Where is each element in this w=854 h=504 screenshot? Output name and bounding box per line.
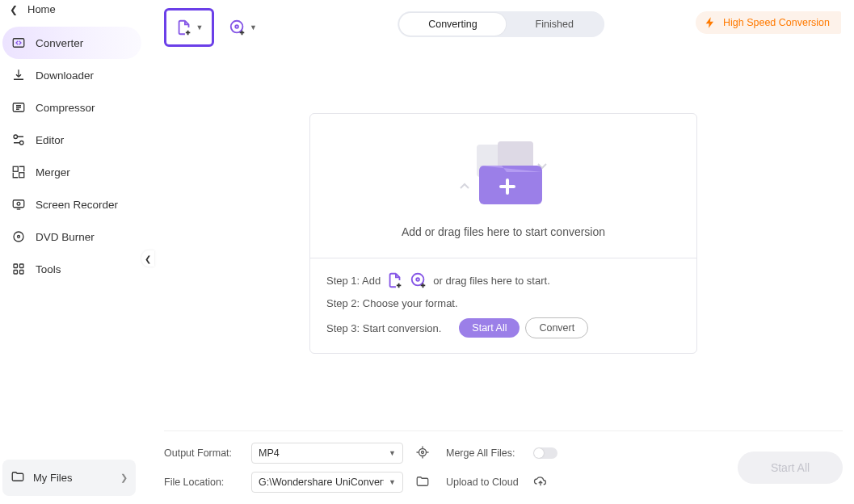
- add-disc-icon: [229, 19, 246, 36]
- nav-label: Downloader: [36, 69, 94, 82]
- svg-rect-12: [14, 271, 18, 275]
- chevron-down-icon: ▼: [389, 449, 396, 457]
- nav-label: Converter: [36, 37, 83, 49]
- svg-rect-4: [13, 166, 18, 171]
- nav-label: Editor: [36, 134, 64, 146]
- chevron-right-icon: ❯: [120, 472, 128, 483]
- compressor-icon: [11, 100, 26, 115]
- high-speed-conversion-button[interactable]: High Speed Conversion: [696, 11, 841, 34]
- footer-bar: Output Format: MP4▼ Merge All Files: Sta…: [164, 430, 843, 504]
- main-panel: ▼ ▼ Converting Finished High Speed Conve…: [148, 0, 854, 504]
- add-file-button[interactable]: ▼: [164, 8, 214, 47]
- tab-bar: Converting Finished: [398, 11, 604, 37]
- format-settings-icon[interactable]: [415, 445, 440, 462]
- folder-icon: [11, 469, 25, 486]
- lightning-icon: [704, 16, 717, 29]
- step1-pre: Step 1: Add: [326, 275, 381, 287]
- output-format-label: Output Format:: [164, 447, 245, 459]
- chevron-down-icon: ▼: [389, 478, 396, 486]
- svg-rect-10: [14, 264, 18, 268]
- svg-point-15: [235, 25, 238, 28]
- nav-label: Merger: [36, 166, 70, 178]
- start-all-mini-button[interactable]: Start All: [459, 318, 520, 338]
- step2-text: Step 2: Choose your format.: [326, 297, 458, 309]
- svg-rect-11: [20, 264, 24, 268]
- file-location-dropdown[interactable]: G:\Wondershare UniConverter ▼: [251, 472, 403, 493]
- editor-icon: [11, 132, 26, 147]
- start-all-button[interactable]: Start All: [738, 452, 843, 484]
- svg-point-14: [231, 21, 243, 33]
- sidebar-item-compressor[interactable]: Compressor: [2, 91, 141, 124]
- dvd-burner-icon: [11, 229, 26, 244]
- sidebar-item-editor[interactable]: Editor: [2, 124, 141, 156]
- svg-point-21: [419, 448, 427, 456]
- converter-icon: [11, 36, 26, 50]
- home-label: Home: [27, 3, 56, 15]
- tab-converting[interactable]: Converting: [399, 13, 506, 36]
- merge-files-toggle[interactable]: [533, 447, 557, 459]
- tools-icon: [11, 262, 26, 276]
- nav-label: Tools: [36, 263, 61, 275]
- my-files-button[interactable]: My Files ❯: [2, 460, 136, 496]
- dropzone-illustration-icon: [451, 140, 556, 214]
- svg-point-9: [18, 236, 20, 238]
- svg-point-7: [17, 202, 20, 205]
- svg-point-8: [14, 232, 23, 242]
- downloader-icon: [11, 68, 26, 82]
- svg-rect-0: [13, 39, 24, 48]
- svg-rect-6: [13, 200, 24, 208]
- add-disc-button[interactable]: ▼: [229, 19, 257, 36]
- step3-text: Step 3: Start conversion.: [326, 322, 441, 334]
- nav-label: Screen Recorder: [36, 199, 118, 211]
- svg-point-3: [20, 141, 24, 145]
- output-format-dropdown[interactable]: MP4▼: [251, 443, 403, 464]
- nav-label: DVD Burner: [36, 231, 95, 243]
- convert-mini-button[interactable]: Convert: [525, 317, 588, 338]
- dropzone-text: Add or drag files here to start conversi…: [326, 225, 680, 238]
- svg-point-22: [422, 451, 424, 453]
- add-disc-icon[interactable]: [410, 271, 427, 289]
- sidebar-item-downloader[interactable]: Downloader: [2, 59, 141, 91]
- chevron-down-icon: ▼: [196, 23, 204, 32]
- hsc-label: High Speed Conversion: [723, 17, 830, 28]
- nav-label: Compressor: [36, 102, 95, 114]
- svg-point-20: [416, 278, 419, 281]
- sidebar-item-converter[interactable]: Converter: [2, 27, 141, 59]
- svg-rect-13: [20, 271, 24, 275]
- sidebar-item-tools[interactable]: Tools: [2, 253, 141, 285]
- chevron-down-icon: ▼: [250, 23, 257, 32]
- sidebar: ❮ Home Converter Downloader Compressor E…: [0, 0, 148, 504]
- open-folder-icon[interactable]: [415, 474, 440, 491]
- sidebar-item-screen-recorder[interactable]: Screen Recorder: [2, 188, 141, 220]
- steps-panel: Step 1: Add or drag files here to start.…: [310, 258, 696, 353]
- step1-post: or drag files here to start.: [433, 275, 550, 287]
- sidebar-item-dvd-burner[interactable]: DVD Burner: [2, 220, 141, 253]
- add-file-icon[interactable]: [386, 271, 404, 289]
- svg-point-19: [412, 274, 424, 286]
- home-nav[interactable]: ❮ Home: [0, 0, 148, 27]
- tab-finished[interactable]: Finished: [507, 13, 603, 36]
- add-file-icon: [175, 19, 193, 36]
- dropzone-area[interactable]: Add or drag files here to start conversi…: [310, 114, 696, 258]
- dropzone: Add or drag files here to start conversi…: [309, 113, 697, 354]
- svg-point-2: [14, 135, 18, 139]
- file-location-label: File Location:: [164, 477, 245, 488]
- sidebar-item-merger[interactable]: Merger: [2, 156, 141, 188]
- back-icon: ❮: [10, 4, 18, 15]
- svg-rect-5: [19, 173, 24, 178]
- upload-cloud-icon[interactable]: [533, 474, 630, 491]
- merge-files-label: Merge All Files:: [446, 447, 527, 459]
- screen-recorder-icon: [11, 197, 26, 212]
- upload-cloud-label: Upload to Cloud: [446, 477, 527, 488]
- my-files-label: My Files: [33, 472, 72, 484]
- merger-icon: [11, 165, 26, 179]
